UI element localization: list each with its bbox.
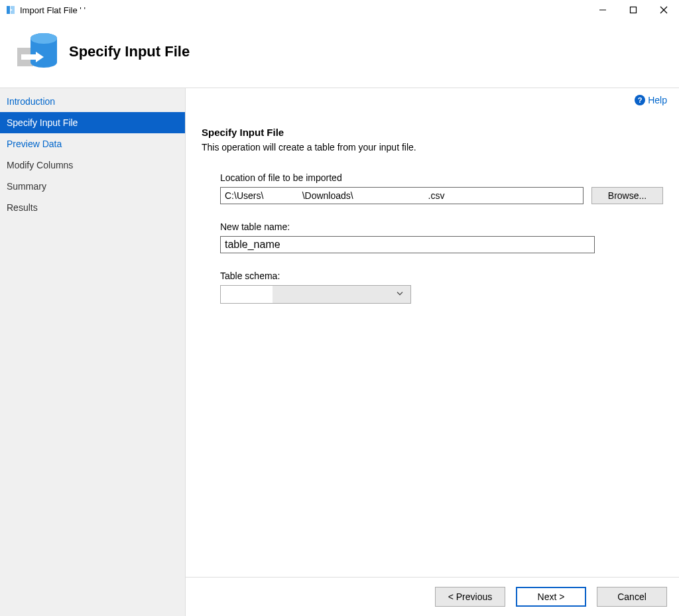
close-button[interactable] [648,0,679,20]
step-label: Preview Data [7,139,62,149]
step-modify-columns[interactable]: Modify Columns [0,154,185,176]
window-title: Import Flat File ' ' [20,5,86,15]
maximize-button[interactable] [618,0,648,20]
step-summary[interactable]: Summary [0,176,185,197]
wizard-header: Specify Input File [0,20,679,88]
app-icon [5,5,16,15]
step-label: Introduction [7,96,55,107]
step-specify-input-file[interactable]: Specify Input File [0,112,185,133]
file-location-label: Location of file to be imported [220,172,663,183]
step-introduction[interactable]: Introduction [0,91,185,112]
step-label: Summary [7,181,46,192]
wizard-body: Introduction Specify Input File Preview … [0,88,679,616]
step-preview-data[interactable]: Preview Data [0,133,185,154]
cancel-button[interactable]: Cancel [597,587,667,607]
database-import-icon [13,28,61,76]
form-description: This operation will create a table from … [202,142,663,153]
svg-rect-4 [631,7,637,13]
table-name-label: New table name: [220,221,663,232]
step-label: Modify Columns [7,160,73,170]
browse-button[interactable]: Browse... [591,187,663,204]
form-heading: Specify Input File [202,127,663,138]
form-content: Specify Input File This operation will c… [186,88,679,577]
schema-combobox[interactable] [220,285,411,304]
help-label: Help [648,95,667,105]
chevron-down-icon [396,290,404,300]
wizard-footer: < Previous Next > Cancel [186,577,679,616]
wizard-main: ? Help Specify Input File This operation… [186,88,679,616]
help-icon: ? [635,95,645,105]
schema-label: Table schema: [220,271,663,281]
step-results[interactable]: Results [0,197,185,218]
minimize-button[interactable] [587,0,618,20]
step-label: Results [7,202,38,213]
svg-point-11 [31,33,57,44]
svg-rect-0 [7,6,10,14]
page-title: Specify Input File [69,43,190,60]
window-controls [587,0,679,20]
wizard-steps-sidebar: Introduction Specify Input File Preview … [0,88,186,616]
next-button[interactable]: Next > [516,587,586,607]
titlebar: Import Flat File ' ' [0,0,679,20]
file-location-input[interactable] [220,187,584,204]
previous-button[interactable]: < Previous [435,587,505,607]
help-link[interactable]: ? Help [635,95,667,105]
table-name-input[interactable] [220,236,595,253]
schema-value [221,286,273,303]
svg-rect-12 [21,54,36,60]
step-label: Specify Input File [7,117,78,128]
